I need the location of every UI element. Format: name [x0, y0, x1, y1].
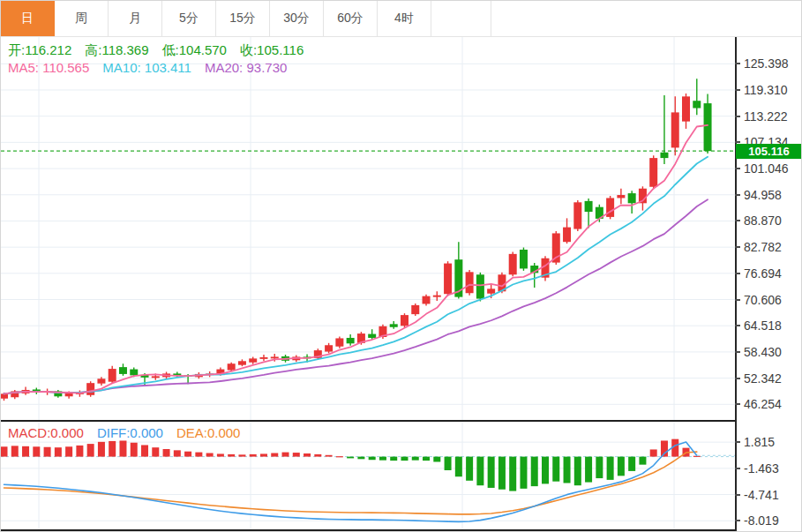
price-axis-label-tick — [735, 378, 740, 379]
price-chart-canvas[interactable] — [1, 36, 735, 422]
macd-legend: MACD:0.000DIFF:0.000DEA:0.000 — [8, 425, 240, 440]
period-tabbar: 日周月5分15分30分60分4时 — [1, 1, 801, 37]
price-axis-label-tick — [735, 351, 740, 353]
panel-divider — [1, 420, 735, 422]
price-axis-label-tick — [735, 273, 740, 274]
legend-ma20: MA20: 93.730 — [205, 60, 287, 75]
tab-30min[interactable]: 30分 — [270, 1, 324, 36]
price-axis-label: 101.046 — [744, 161, 789, 176]
price-axis-label-tick — [735, 63, 740, 64]
macd-axis-label-tick — [735, 520, 740, 521]
macd-axis-label-tick — [735, 468, 740, 469]
ma-legend: MA5: 110.565MA10: 103.411MA20: 93.730 — [8, 60, 287, 75]
price-axis-label-tick — [735, 325, 740, 326]
tab-month[interactable]: 月 — [109, 1, 162, 36]
macd-axis-label: -8.019 — [744, 513, 779, 528]
price-axis-label-tick — [735, 168, 740, 169]
price-axis-label: 113.222 — [744, 109, 788, 124]
price-axis-label-tick — [735, 194, 740, 196]
macd-axis-label: -1.463 — [744, 461, 779, 476]
legend-low: 低:104.570 — [162, 42, 227, 59]
price-axis-label: 52.342 — [744, 371, 782, 386]
legend-dea-value: DEA:0.000 — [176, 425, 241, 440]
legend-ma10: MA10: 103.411 — [102, 60, 191, 75]
tab-15min[interactable]: 15分 — [216, 1, 270, 36]
price-axis-label: 46.254 — [744, 397, 782, 411]
tab-5min[interactable]: 5分 — [162, 1, 216, 36]
price-axis-label-tick — [735, 403, 740, 405]
legend-close: 收:105.116 — [240, 42, 304, 59]
tab-60min[interactable]: 60分 — [324, 1, 378, 36]
price-axis-label: 82.782 — [744, 240, 782, 254]
current-price-tag: 105.116 — [736, 144, 802, 159]
legend-open: 开:116.212 — [8, 42, 71, 59]
price-axis-label-tick — [735, 116, 740, 117]
chart-bottom-border — [1, 529, 735, 531]
tabbar-spacer — [431, 1, 491, 36]
price-axis-label: 76.694 — [744, 266, 782, 281]
price-axis-label: 125.398 — [744, 56, 789, 71]
price-axis-label: 88.870 — [744, 214, 782, 228]
price-axis-label: 70.606 — [744, 293, 782, 307]
legend-high: 高:118.369 — [85, 42, 148, 59]
macd-axis-label-tick — [735, 441, 740, 443]
legend-macd-value: MACD:0.000 — [8, 425, 84, 440]
tab-4hour[interactable]: 4时 — [378, 1, 431, 36]
macd-axis-label: 1.815 — [744, 435, 775, 449]
legend-diff-value: DIFF:0.000 — [97, 425, 163, 440]
ohlc-legend: 开:116.212高:118.369低:104.570收:105.116 — [8, 42, 304, 59]
tab-day[interactable]: 日 — [1, 1, 55, 36]
price-axis-label: 119.310 — [744, 83, 788, 97]
price-axis-label-tick — [735, 89, 740, 91]
price-axis-label: 94.958 — [744, 188, 782, 202]
price-axis-label: 58.430 — [744, 345, 782, 359]
tab-week[interactable]: 周 — [55, 1, 109, 36]
macd-axis-label-tick — [735, 494, 740, 496]
price-axis-label-tick — [735, 299, 740, 301]
right-axis-line — [735, 36, 737, 531]
legend-ma5: MA5: 110.565 — [8, 60, 89, 75]
macd-axis-label: -4.741 — [744, 488, 779, 502]
price-axis-label-tick — [735, 220, 740, 221]
price-axis-label-tick — [735, 246, 740, 248]
price-axis-label: 64.518 — [744, 318, 782, 333]
stock-chart-app: 日周月5分15分30分60分4时 开:116.212高:118.369低:104… — [0, 0, 802, 532]
